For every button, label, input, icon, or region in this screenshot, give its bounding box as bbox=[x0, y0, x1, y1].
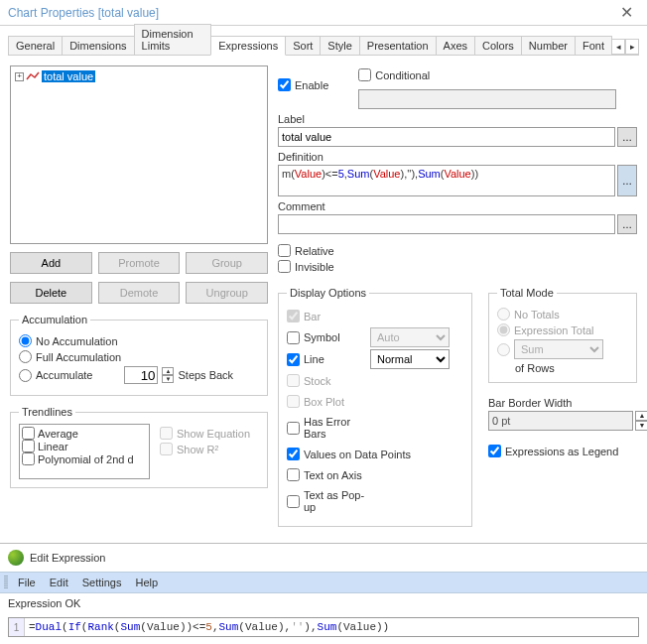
menu-file[interactable]: File bbox=[18, 577, 36, 588]
tab-dim-limits[interactable]: Dimension Limits bbox=[134, 24, 212, 55]
comment-edit-button[interactable]: … bbox=[617, 214, 637, 234]
label-input[interactable] bbox=[278, 127, 615, 147]
expand-icon[interactable]: + bbox=[15, 72, 24, 81]
expression-status: Expression OK bbox=[0, 593, 647, 613]
menu-edit[interactable]: Edit bbox=[50, 577, 68, 588]
comment-label: Comment bbox=[278, 200, 637, 212]
trend-linear[interactable]: Linear bbox=[22, 440, 147, 452]
trendlines-legend: Trendlines bbox=[19, 406, 75, 418]
check-line[interactable]: Line bbox=[287, 353, 366, 366]
display-legend: Display Options bbox=[287, 287, 369, 299]
tree-item[interactable]: + total value bbox=[15, 70, 263, 82]
trendlines-list[interactable]: Average Linear Polynomial of 2nd d bbox=[19, 424, 150, 479]
tab-bar: General Dimensions Dimension Limits Expr… bbox=[8, 34, 639, 56]
tab-sort[interactable]: Sort bbox=[285, 36, 321, 55]
total-mode-group: Total Mode No Totals Expression Total Su… bbox=[488, 287, 637, 383]
demote-button: Demote bbox=[98, 282, 181, 304]
comment-input[interactable] bbox=[278, 214, 615, 234]
total-mode-legend: Total Mode bbox=[497, 287, 557, 299]
expression-code[interactable]: =Dual(If(Rank(Sum(Value))<=5,Sum(Value),… bbox=[25, 621, 393, 633]
tab-expressions[interactable]: Expressions bbox=[210, 36, 286, 56]
editor-title: Edit Expression bbox=[30, 552, 105, 564]
accumulation-group: Accumulation No Accumulation Full Accumu… bbox=[10, 314, 268, 396]
ungroup-button: Ungroup bbox=[186, 282, 268, 304]
check-bar: Bar bbox=[287, 310, 366, 322]
check-expr-legend[interactable]: Expressions as Legend bbox=[488, 445, 637, 457]
border-down-icon: ▼ bbox=[635, 421, 647, 431]
tab-scroll-left-icon[interactable]: ◂ bbox=[611, 39, 625, 55]
editor-menubar: File Edit Settings Help bbox=[0, 572, 647, 593]
total-func-select: Sum bbox=[514, 339, 603, 359]
delete-button[interactable]: Delete bbox=[10, 282, 92, 304]
steps-stepper[interactable] bbox=[124, 366, 158, 384]
bar-border-input bbox=[488, 411, 633, 431]
line-select[interactable]: Normal bbox=[370, 349, 450, 369]
definition-input[interactable]: m(Value)<=5,Sum(Value),''),Sum(Value)) bbox=[278, 165, 615, 196]
check-text-axis[interactable]: Text on Axis bbox=[287, 468, 366, 481]
add-button[interactable]: Add bbox=[10, 252, 92, 274]
trendlines-group: Trendlines Average Linear Polynomial of … bbox=[10, 406, 268, 488]
steps-up-icon[interactable]: ▲ bbox=[162, 367, 174, 375]
expression-editor[interactable]: 1 =Dual(If(Rank(Sum(Value))<=5,Sum(Value… bbox=[8, 617, 639, 637]
steps-label: Steps Back bbox=[178, 369, 233, 381]
window-title: Chart Properties [total value] bbox=[8, 6, 614, 20]
tab-font[interactable]: Font bbox=[575, 36, 612, 55]
tab-colors[interactable]: Colors bbox=[474, 36, 522, 55]
expression-tree[interactable]: + total value bbox=[10, 65, 268, 244]
definition-label: Definition bbox=[278, 151, 637, 163]
radio-full-accum[interactable]: Full Accumulation bbox=[19, 350, 259, 363]
tab-dimensions[interactable]: Dimensions bbox=[62, 36, 134, 55]
check-values-on-points[interactable]: Values on Data Points bbox=[287, 448, 446, 460]
app-icon bbox=[8, 550, 24, 566]
group-button: Group bbox=[186, 252, 268, 274]
check-enable[interactable]: Enable bbox=[278, 68, 328, 101]
tab-presentation[interactable]: Presentation bbox=[359, 36, 437, 55]
label-label: Label bbox=[278, 113, 637, 125]
check-invisible[interactable]: Invisible bbox=[278, 260, 637, 273]
check-text-popup[interactable]: Text as Pop-up bbox=[287, 489, 366, 513]
border-up-icon: ▲ bbox=[635, 411, 647, 421]
radio-sum-rows bbox=[497, 343, 510, 356]
tab-axes[interactable]: Axes bbox=[436, 36, 475, 55]
trend-average[interactable]: Average bbox=[22, 427, 147, 440]
steps-down-icon[interactable]: ▼ bbox=[162, 375, 174, 383]
symbol-select: Auto bbox=[370, 327, 450, 347]
tab-scroll-right-icon[interactable]: ▸ bbox=[625, 39, 639, 55]
check-conditional[interactable]: Conditional bbox=[358, 68, 616, 81]
tree-item-label: total value bbox=[42, 70, 95, 82]
close-icon[interactable]: ✕ bbox=[614, 3, 639, 22]
menu-settings[interactable]: Settings bbox=[82, 577, 122, 588]
check-show-equation: Show Equation bbox=[160, 427, 259, 440]
conditional-input bbox=[358, 89, 616, 109]
label-edit-button[interactable]: … bbox=[617, 127, 637, 147]
check-stock: Stock bbox=[287, 374, 366, 387]
tab-number[interactable]: Number bbox=[521, 36, 576, 55]
radio-expr-total: Expression Total bbox=[497, 323, 628, 336]
menu-help[interactable]: Help bbox=[135, 577, 158, 588]
definition-edit-button[interactable]: … bbox=[617, 165, 637, 196]
tab-general[interactable]: General bbox=[8, 36, 63, 55]
line-number: 1 bbox=[9, 618, 25, 636]
check-box-plot: Box Plot bbox=[287, 395, 366, 408]
tab-style[interactable]: Style bbox=[320, 36, 359, 55]
radio-no-accum[interactable]: No Accumulation bbox=[19, 334, 259, 347]
trend-poly[interactable]: Polynomial of 2nd d bbox=[22, 452, 147, 465]
check-symbol[interactable]: Symbol bbox=[287, 331, 366, 344]
chart-icon bbox=[26, 71, 40, 81]
radio-accumulate[interactable]: Accumulate bbox=[19, 369, 92, 382]
check-error-bars[interactable]: Has Error Bars bbox=[287, 416, 366, 440]
promote-button: Promote bbox=[98, 252, 181, 274]
radio-no-totals: No Totals bbox=[497, 308, 628, 321]
accumulation-legend: Accumulation bbox=[19, 314, 90, 325]
of-rows-label: of Rows bbox=[515, 362, 628, 374]
check-relative[interactable]: Relative bbox=[278, 244, 637, 257]
bar-border-label: Bar Border Width bbox=[488, 397, 637, 409]
check-show-r2: Show R² bbox=[160, 443, 259, 455]
display-options-group: Display Options Bar SymbolAuto LineNorma… bbox=[278, 287, 472, 527]
